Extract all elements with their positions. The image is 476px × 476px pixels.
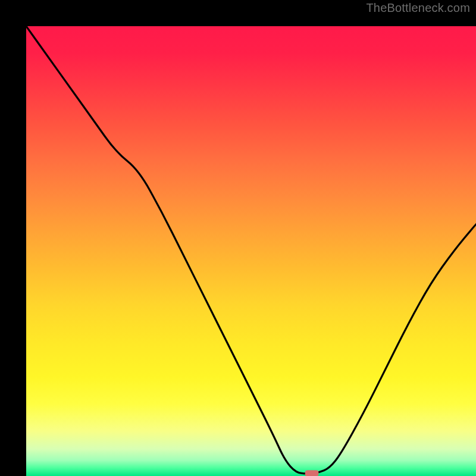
plot-area (26, 26, 476, 476)
optimum-marker (305, 470, 319, 476)
chart-frame (13, 13, 463, 463)
gradient-rect (26, 26, 476, 476)
chart-svg (26, 26, 476, 476)
attribution-text: TheBottleneck.com (366, 1, 470, 15)
